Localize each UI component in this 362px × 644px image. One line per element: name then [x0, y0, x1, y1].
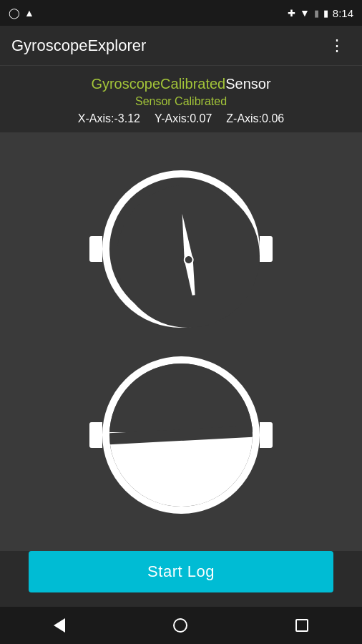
level-tab-right	[260, 422, 273, 448]
app-bar: GyroscopeExplorer ⋮	[0, 26, 362, 66]
bottom-nav-bar	[0, 607, 362, 644]
app-title: GyroscopeExplorer	[11, 36, 323, 55]
z-axis-value: Z-Axis:0.06	[226, 112, 284, 125]
main-canvas-area	[0, 133, 362, 551]
y-axis-value: Y-Axis:0.07	[155, 112, 212, 125]
x-axis-value: X-Axis:-3.12	[78, 112, 140, 125]
home-button[interactable]	[166, 611, 195, 640]
recents-button[interactable]	[288, 612, 315, 639]
overflow-menu-icon[interactable]: ⋮	[323, 31, 351, 61]
start-log-button[interactable]: Start Log	[29, 551, 333, 592]
android-icon: ◯	[9, 7, 20, 19]
home-icon	[173, 618, 187, 633]
axis-values-row: X-Axis:-3.12 Y-Axis:0.07 Z-Axis:0.06	[11, 112, 351, 125]
status-left-icons: ◯ ▲	[9, 7, 34, 19]
compass-widget	[102, 170, 260, 328]
signal-icon: ▲	[24, 7, 34, 19]
level-outer-ring	[102, 356, 260, 514]
compass-needle-svg	[167, 210, 210, 303]
sensor-title-green: GyroscopeCalibrated	[91, 76, 225, 92]
wifi-icon: ▼	[300, 7, 310, 19]
status-bar: ◯ ▲ ✚ ▼ ▮ ▮ 8:14	[0, 0, 362, 26]
bluetooth-icon: ✚	[288, 8, 295, 19]
compass-outer-ring	[102, 170, 260, 328]
back-button[interactable]	[47, 611, 72, 640]
sensor-info-section: GyroscopeCalibratedSensor Sensor Calibra…	[0, 66, 362, 133]
level-dark-half	[109, 364, 253, 435]
compass-tab-left	[89, 236, 102, 262]
level-widget	[102, 356, 260, 514]
back-icon	[54, 618, 65, 633]
svg-marker-1	[185, 259, 198, 296]
level-tab-left	[89, 422, 102, 448]
no-signal-icon: ▮	[314, 8, 319, 19]
status-time: 8:14	[333, 7, 353, 19]
compass-inner	[117, 185, 260, 328]
compass-tab-right	[260, 236, 273, 262]
sensor-title-row: GyroscopeCalibratedSensor	[11, 76, 351, 92]
status-right-icons: ✚ ▼ ▮ ▮ 8:14	[288, 7, 353, 19]
svg-marker-0	[178, 213, 193, 260]
sensor-title-white: Sensor	[225, 76, 270, 92]
svg-point-2	[184, 255, 194, 265]
battery-icon: ▮	[323, 8, 328, 19]
sensor-status-text: Sensor Calibrated	[11, 95, 351, 108]
recents-icon	[295, 619, 308, 632]
